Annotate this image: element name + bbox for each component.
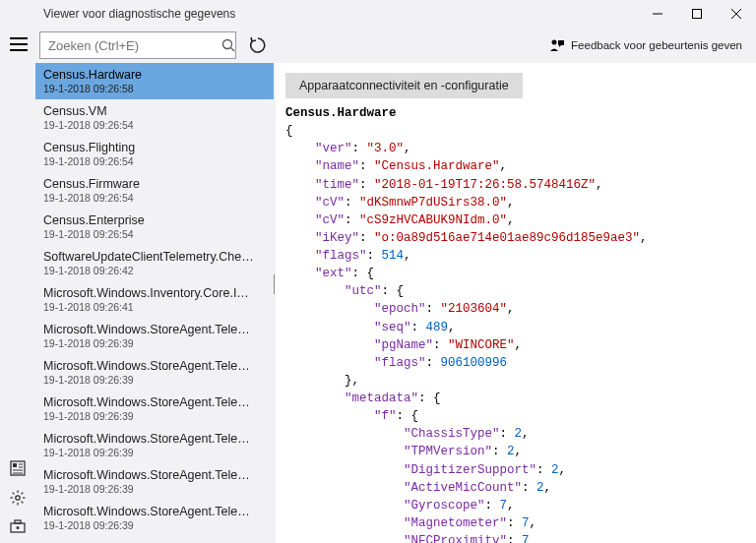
- window-titlebar: Viewer voor diagnostische gegevens: [0, 0, 756, 28]
- event-name: Census.Flighting: [43, 141, 264, 154]
- maximize-button[interactable]: [677, 0, 717, 28]
- event-timestamp: 19-1-2018 09:26:39: [43, 447, 264, 458]
- feedback-label: Feedback voor gebeurtenis geven: [571, 39, 742, 51]
- left-rail: [0, 63, 35, 543]
- event-name: Census.Hardware: [43, 68, 264, 82]
- event-name: Census.VM: [43, 104, 264, 118]
- settings-icon[interactable]: [8, 488, 28, 508]
- event-timestamp: 19-1-2018 09:26:54: [43, 155, 264, 167]
- event-name: Census.Firmware: [43, 177, 264, 191]
- search-input[interactable]: [39, 31, 236, 59]
- hamburger-icon[interactable]: [10, 37, 28, 51]
- category-tab[interactable]: Apparaatconnectiviteit en -configuratie: [285, 73, 523, 98]
- event-item[interactable]: Census.VM19-1-2018 09:26:54: [35, 99, 274, 136]
- toolbar: Feedback voor gebeurtenis geven: [0, 28, 756, 63]
- event-item[interactable]: Census.Enterprise19-1-2018 09:26:54: [35, 209, 274, 245]
- svg-line-8: [231, 48, 235, 52]
- event-item[interactable]: Census.Firmware19-1-2018 09:26:54: [35, 172, 274, 209]
- minimize-button[interactable]: [638, 0, 677, 28]
- event-item[interactable]: Microsoft.Windows.StoreAgent.Tele…19-1-2…: [35, 354, 274, 391]
- event-item[interactable]: Census.Flighting19-1-2018 09:26:54: [35, 136, 274, 172]
- close-button[interactable]: [717, 0, 756, 28]
- svg-point-9: [552, 40, 557, 45]
- rail-icon-3[interactable]: [8, 517, 28, 537]
- search-icon[interactable]: [221, 38, 235, 52]
- svg-line-21: [13, 493, 15, 495]
- event-item[interactable]: Microsoft.Windows.StoreAgent.Tele…19-1-2…: [35, 536, 274, 543]
- event-timestamp: 19-1-2018 09:26:42: [43, 265, 264, 276]
- refresh-button[interactable]: [244, 31, 272, 59]
- feedback-button[interactable]: Feedback voor gebeurtenis geven: [549, 38, 742, 52]
- svg-rect-1: [693, 10, 702, 19]
- svg-point-7: [223, 40, 232, 49]
- splitter-handle[interactable]: [274, 274, 275, 294]
- event-item[interactable]: Microsoft.Windows.StoreAgent.Tele…19-1-2…: [35, 463, 274, 500]
- detail-pane: Apparaatconnectiviteit en -configuratie …: [276, 63, 756, 543]
- event-item[interactable]: Microsoft.Windows.StoreAgent.Tele…19-1-2…: [35, 318, 274, 354]
- search-field[interactable]: [40, 38, 221, 53]
- svg-point-27: [17, 526, 20, 529]
- event-list[interactable]: Census.Hardware19-1-2018 09:26:58Census.…: [35, 63, 274, 543]
- svg-line-22: [22, 502, 24, 504]
- event-name: Microsoft.Windows.StoreAgent.Tele…: [43, 359, 264, 373]
- rail-icon-1[interactable]: [8, 458, 28, 478]
- event-item[interactable]: Microsoft.Windows.Inventory.Core.I…19-1-…: [35, 281, 274, 318]
- event-item[interactable]: Microsoft.Windows.StoreAgent.Tele…19-1-2…: [35, 500, 274, 536]
- event-item[interactable]: Census.Hardware19-1-2018 09:26:58: [35, 63, 274, 99]
- event-name: Microsoft.Windows.StoreAgent.Tele…: [43, 395, 264, 409]
- event-timestamp: 19-1-2018 09:26:58: [43, 83, 264, 94]
- event-name: Census.Enterprise: [43, 213, 264, 227]
- event-timestamp: 19-1-2018 09:26:39: [43, 410, 264, 422]
- event-item[interactable]: SoftwareUpdateClientTelemetry.Che…19-1-2…: [35, 245, 274, 281]
- event-name: SoftwareUpdateClientTelemetry.Che…: [43, 250, 264, 264]
- event-timestamp: 19-1-2018 09:26:39: [43, 519, 264, 531]
- feedback-icon: [549, 38, 565, 52]
- window-title: Viewer voor diagnostische gegevens: [43, 7, 638, 21]
- event-item[interactable]: Microsoft.Windows.StoreAgent.Tele…19-1-2…: [35, 391, 274, 427]
- event-name: Microsoft.Windows.StoreAgent.Tele…: [43, 468, 264, 482]
- event-name: Microsoft.Windows.StoreAgent.Tele…: [43, 505, 264, 518]
- event-timestamp: 19-1-2018 09:26:39: [43, 337, 264, 349]
- event-timestamp: 19-1-2018 09:26:54: [43, 192, 264, 204]
- event-name: Microsoft.Windows.StoreAgent.Tele…: [43, 323, 264, 336]
- svg-line-23: [13, 502, 15, 504]
- svg-rect-11: [13, 463, 17, 467]
- svg-rect-26: [15, 520, 21, 523]
- event-item[interactable]: Microsoft.Windows.StoreAgent.Tele…19-1-2…: [35, 427, 274, 463]
- event-timestamp: 19-1-2018 09:26:39: [43, 483, 264, 495]
- svg-line-24: [22, 493, 24, 495]
- event-name: Microsoft.Windows.Inventory.Core.I…: [43, 286, 264, 300]
- event-name: Microsoft.Windows.StoreAgent.Tele…: [43, 432, 264, 446]
- json-viewer: Census.Hardware { "ver": "3.0", "name": …: [285, 104, 756, 543]
- event-timestamp: 19-1-2018 09:26:54: [43, 119, 264, 131]
- event-timestamp: 19-1-2018 09:26:39: [43, 374, 264, 386]
- svg-point-16: [16, 496, 20, 500]
- event-timestamp: 19-1-2018 09:26:41: [43, 301, 264, 313]
- event-timestamp: 19-1-2018 09:26:54: [43, 228, 264, 240]
